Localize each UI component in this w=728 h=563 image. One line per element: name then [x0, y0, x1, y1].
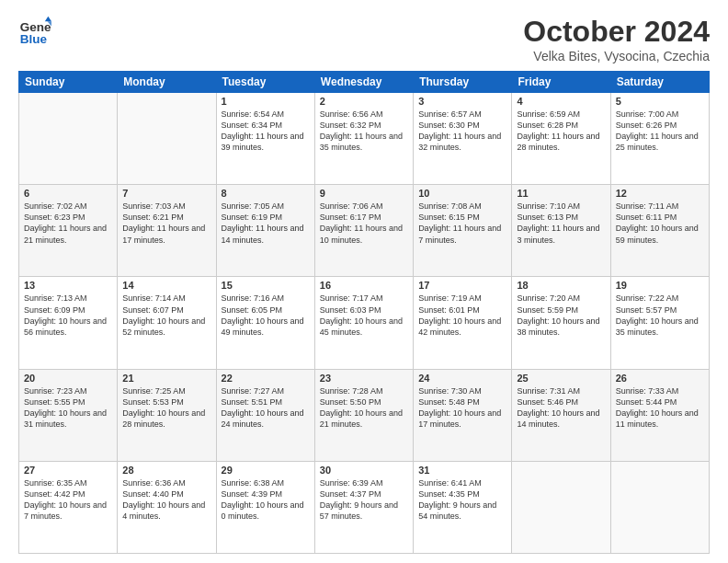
logo: General Blue [18, 15, 51, 48]
day-info: Sunrise: 7:16 AM Sunset: 6:05 PM Dayligh… [222, 293, 310, 338]
day-number: 5 [616, 96, 704, 107]
calendar-cell: 7Sunrise: 7:03 AM Sunset: 6:21 PM Daylig… [118, 185, 216, 277]
logo-icon: General Blue [18, 15, 51, 48]
calendar-cell: 27Sunrise: 6:35 AM Sunset: 4:42 PM Dayli… [19, 461, 118, 553]
calendar-cell: 9Sunrise: 7:06 AM Sunset: 6:17 PM Daylig… [314, 185, 413, 277]
day-number: 30 [320, 465, 408, 476]
header-saturday: Saturday [610, 72, 709, 93]
calendar-cell: 23Sunrise: 7:28 AM Sunset: 5:50 PM Dayli… [314, 369, 413, 461]
calendar-cell [19, 93, 118, 185]
day-number: 27 [24, 465, 112, 476]
day-info: Sunrise: 6:59 AM Sunset: 6:28 PM Dayligh… [517, 109, 605, 154]
calendar-cell: 3Sunrise: 6:57 AM Sunset: 6:30 PM Daylig… [414, 93, 512, 185]
day-info: Sunrise: 7:08 AM Sunset: 6:15 PM Dayligh… [418, 201, 506, 246]
calendar-cell: 26Sunrise: 7:33 AM Sunset: 5:44 PM Dayli… [610, 369, 709, 461]
svg-text:Blue: Blue [20, 32, 48, 46]
day-info: Sunrise: 7:27 AM Sunset: 5:51 PM Dayligh… [222, 385, 310, 431]
header-thursday: Thursday [414, 72, 512, 93]
week-row-5: 27Sunrise: 6:35 AM Sunset: 4:42 PM Dayli… [19, 461, 710, 553]
day-info: Sunrise: 7:03 AM Sunset: 6:21 PM Dayligh… [122, 201, 210, 246]
calendar-cell: 28Sunrise: 6:36 AM Sunset: 4:40 PM Dayli… [118, 461, 216, 553]
day-number: 3 [418, 96, 506, 107]
day-info: Sunrise: 6:36 AM Sunset: 4:40 PM Dayligh… [122, 477, 210, 523]
day-info: Sunrise: 7:14 AM Sunset: 6:07 PM Dayligh… [122, 293, 210, 338]
day-info: Sunrise: 7:13 AM Sunset: 6:09 PM Dayligh… [24, 293, 112, 338]
calendar-cell: 18Sunrise: 7:20 AM Sunset: 5:59 PM Dayli… [512, 277, 610, 369]
day-info: Sunrise: 7:22 AM Sunset: 5:57 PM Dayligh… [616, 293, 704, 338]
day-number: 28 [122, 465, 210, 476]
calendar-cell: 2Sunrise: 6:56 AM Sunset: 6:32 PM Daylig… [314, 93, 413, 185]
day-number: 1 [222, 96, 310, 107]
calendar-cell: 4Sunrise: 6:59 AM Sunset: 6:28 PM Daylig… [512, 93, 610, 185]
header: General Blue October 2024 Velka Bites, V… [18, 15, 710, 63]
header-monday: Monday [118, 72, 216, 93]
calendar-table: Sunday Monday Tuesday Wednesday Thursday… [18, 71, 710, 554]
day-number: 14 [122, 280, 210, 291]
week-row-2: 6Sunrise: 7:02 AM Sunset: 6:23 PM Daylig… [19, 185, 710, 277]
day-number: 16 [320, 280, 408, 291]
calendar-cell: 16Sunrise: 7:17 AM Sunset: 6:03 PM Dayli… [314, 277, 413, 369]
svg-marker-2 [45, 17, 51, 21]
day-info: Sunrise: 7:17 AM Sunset: 6:03 PM Dayligh… [320, 293, 408, 338]
day-info: Sunrise: 7:06 AM Sunset: 6:17 PM Dayligh… [320, 201, 408, 246]
location: Velka Bites, Vysocina, Czechia [523, 49, 710, 63]
day-info: Sunrise: 7:19 AM Sunset: 6:01 PM Dayligh… [418, 293, 506, 338]
calendar-cell: 20Sunrise: 7:23 AM Sunset: 5:55 PM Dayli… [19, 369, 118, 461]
day-info: Sunrise: 6:39 AM Sunset: 4:37 PM Dayligh… [320, 477, 408, 523]
day-info: Sunrise: 7:10 AM Sunset: 6:13 PM Dayligh… [517, 201, 605, 246]
day-info: Sunrise: 7:30 AM Sunset: 5:48 PM Dayligh… [418, 385, 506, 431]
day-number: 18 [517, 280, 605, 291]
month-title: October 2024 [523, 15, 710, 49]
day-number: 9 [320, 188, 408, 199]
day-number: 26 [616, 373, 704, 384]
day-info: Sunrise: 7:28 AM Sunset: 5:50 PM Dayligh… [320, 385, 408, 431]
week-row-1: 1Sunrise: 6:54 AM Sunset: 6:34 PM Daylig… [19, 93, 710, 185]
calendar-cell: 19Sunrise: 7:22 AM Sunset: 5:57 PM Dayli… [610, 277, 709, 369]
day-number: 8 [222, 188, 310, 199]
day-number: 23 [320, 373, 408, 384]
header-tuesday: Tuesday [216, 72, 314, 93]
week-row-3: 13Sunrise: 7:13 AM Sunset: 6:09 PM Dayli… [19, 277, 710, 369]
day-number: 15 [222, 280, 310, 291]
weekday-header-row: Sunday Monday Tuesday Wednesday Thursday… [19, 72, 710, 93]
day-number: 25 [517, 373, 605, 384]
day-info: Sunrise: 7:00 AM Sunset: 6:26 PM Dayligh… [616, 109, 704, 154]
calendar-cell [118, 93, 216, 185]
page: General Blue October 2024 Velka Bites, V… [0, 0, 728, 563]
day-info: Sunrise: 6:38 AM Sunset: 4:39 PM Dayligh… [222, 477, 310, 523]
calendar-cell: 22Sunrise: 7:27 AM Sunset: 5:51 PM Dayli… [216, 369, 314, 461]
day-info: Sunrise: 7:02 AM Sunset: 6:23 PM Dayligh… [24, 201, 112, 246]
day-number: 21 [122, 373, 210, 384]
calendar-cell [610, 461, 709, 553]
day-info: Sunrise: 7:11 AM Sunset: 6:11 PM Dayligh… [616, 201, 704, 246]
day-number: 2 [320, 96, 408, 107]
header-sunday: Sunday [19, 72, 118, 93]
day-number: 31 [418, 465, 506, 476]
week-row-4: 20Sunrise: 7:23 AM Sunset: 5:55 PM Dayli… [19, 369, 710, 461]
day-number: 6 [24, 188, 112, 199]
calendar-cell: 30Sunrise: 6:39 AM Sunset: 4:37 PM Dayli… [314, 461, 413, 553]
calendar-cell: 29Sunrise: 6:38 AM Sunset: 4:39 PM Dayli… [216, 461, 314, 553]
day-info: Sunrise: 6:57 AM Sunset: 6:30 PM Dayligh… [418, 109, 506, 154]
day-number: 20 [24, 373, 112, 384]
day-info: Sunrise: 7:23 AM Sunset: 5:55 PM Dayligh… [24, 385, 112, 431]
calendar-cell: 17Sunrise: 7:19 AM Sunset: 6:01 PM Dayli… [414, 277, 512, 369]
calendar-cell: 12Sunrise: 7:11 AM Sunset: 6:11 PM Dayli… [610, 185, 709, 277]
day-number: 10 [418, 188, 506, 199]
day-info: Sunrise: 7:05 AM Sunset: 6:19 PM Dayligh… [222, 201, 310, 246]
calendar-cell: 8Sunrise: 7:05 AM Sunset: 6:19 PM Daylig… [216, 185, 314, 277]
day-number: 4 [517, 96, 605, 107]
day-number: 24 [418, 373, 506, 384]
day-info: Sunrise: 6:56 AM Sunset: 6:32 PM Dayligh… [320, 109, 408, 154]
header-wednesday: Wednesday [314, 72, 413, 93]
calendar-cell: 24Sunrise: 7:30 AM Sunset: 5:48 PM Dayli… [414, 369, 512, 461]
title-block: October 2024 Velka Bites, Vysocina, Czec… [523, 15, 710, 63]
day-number: 17 [418, 280, 506, 291]
day-info: Sunrise: 7:33 AM Sunset: 5:44 PM Dayligh… [616, 385, 704, 431]
day-number: 12 [616, 188, 704, 199]
day-number: 11 [517, 188, 605, 199]
calendar-cell: 25Sunrise: 7:31 AM Sunset: 5:46 PM Dayli… [512, 369, 610, 461]
day-info: Sunrise: 7:31 AM Sunset: 5:46 PM Dayligh… [517, 385, 605, 431]
calendar-cell: 11Sunrise: 7:10 AM Sunset: 6:13 PM Dayli… [512, 185, 610, 277]
calendar-cell: 6Sunrise: 7:02 AM Sunset: 6:23 PM Daylig… [19, 185, 118, 277]
